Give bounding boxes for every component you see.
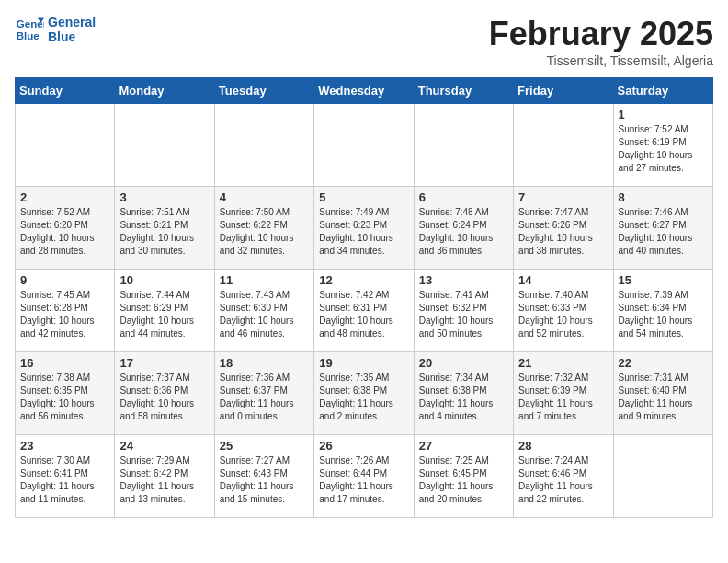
- calendar-table: SundayMondayTuesdayWednesdayThursdayFrid…: [15, 77, 713, 518]
- day-info: Sunrise: 7:47 AMSunset: 6:26 PMDaylight:…: [518, 206, 608, 258]
- calendar-cell: 10Sunrise: 7:44 AMSunset: 6:29 PMDayligh…: [115, 270, 214, 352]
- day-number: 19: [319, 356, 408, 370]
- day-number: 14: [518, 273, 608, 287]
- day-info: Sunrise: 7:25 AMSunset: 6:45 PMDaylight:…: [419, 454, 508, 506]
- day-info: Sunrise: 7:32 AMSunset: 6:39 PMDaylight:…: [518, 372, 608, 423]
- day-info: Sunrise: 7:50 AMSunset: 6:22 PMDaylight:…: [220, 206, 309, 258]
- weekday-header-wednesday: Wednesday: [314, 78, 414, 104]
- calendar-cell: 6Sunrise: 7:48 AMSunset: 6:24 PMDaylight…: [414, 187, 513, 270]
- day-number: 7: [518, 190, 608, 204]
- day-number: 12: [319, 273, 408, 287]
- day-info: Sunrise: 7:30 AMSunset: 6:41 PMDaylight:…: [20, 454, 109, 506]
- day-info: Sunrise: 7:42 AMSunset: 6:31 PMDaylight:…: [319, 289, 408, 340]
- day-info: Sunrise: 7:46 AMSunset: 6:27 PMDaylight:…: [619, 206, 708, 258]
- calendar-week-5: 23Sunrise: 7:30 AMSunset: 6:41 PMDayligh…: [16, 435, 713, 518]
- calendar-cell: 12Sunrise: 7:42 AMSunset: 6:31 PMDayligh…: [314, 270, 414, 352]
- calendar-cell: 4Sunrise: 7:50 AMSunset: 6:22 PMDaylight…: [214, 187, 313, 270]
- weekday-header-friday: Friday: [514, 78, 613, 104]
- calendar-cell: [115, 104, 214, 187]
- calendar-cell: 9Sunrise: 7:45 AMSunset: 6:28 PMDaylight…: [16, 270, 115, 352]
- calendar-cell: [314, 104, 414, 187]
- calendar-cell: 14Sunrise: 7:40 AMSunset: 6:33 PMDayligh…: [514, 270, 613, 352]
- day-number: 20: [419, 356, 508, 370]
- day-info: Sunrise: 7:29 AMSunset: 6:42 PMDaylight:…: [119, 454, 209, 506]
- day-number: 10: [119, 273, 209, 287]
- day-number: 11: [220, 273, 309, 287]
- day-info: Sunrise: 7:38 AMSunset: 6:35 PMDaylight:…: [20, 372, 109, 423]
- calendar-cell: [613, 435, 712, 518]
- calendar-cell: 27Sunrise: 7:25 AMSunset: 6:45 PMDayligh…: [414, 435, 513, 518]
- day-info: Sunrise: 7:39 AMSunset: 6:34 PMDaylight:…: [619, 289, 708, 340]
- calendar-cell: 21Sunrise: 7:32 AMSunset: 6:39 PMDayligh…: [514, 352, 613, 435]
- calendar-cell: 7Sunrise: 7:47 AMSunset: 6:26 PMDaylight…: [514, 187, 613, 270]
- calendar-cell: 26Sunrise: 7:26 AMSunset: 6:44 PMDayligh…: [314, 435, 414, 518]
- day-info: Sunrise: 7:31 AMSunset: 6:40 PMDaylight:…: [619, 372, 708, 423]
- day-number: 27: [419, 439, 508, 453]
- calendar-week-2: 2Sunrise: 7:52 AMSunset: 6:20 PMDaylight…: [16, 187, 713, 270]
- calendar-cell: [414, 104, 513, 187]
- header: General Blue General Blue February 2025 …: [15, 15, 713, 68]
- calendar-cell: 15Sunrise: 7:39 AMSunset: 6:34 PMDayligh…: [613, 270, 712, 352]
- calendar-cell: 22Sunrise: 7:31 AMSunset: 6:40 PMDayligh…: [613, 352, 712, 435]
- calendar-cell: 16Sunrise: 7:38 AMSunset: 6:35 PMDayligh…: [16, 352, 115, 435]
- day-info: Sunrise: 7:44 AMSunset: 6:29 PMDaylight:…: [119, 289, 209, 340]
- location-subtitle: Tissemsilt, Tissemsilt, Algeria: [489, 53, 713, 68]
- day-info: Sunrise: 7:48 AMSunset: 6:24 PMDaylight:…: [419, 206, 508, 258]
- calendar-cell: 24Sunrise: 7:29 AMSunset: 6:42 PMDayligh…: [115, 435, 214, 518]
- svg-text:Blue: Blue: [17, 30, 40, 41]
- day-number: 25: [220, 439, 309, 453]
- calendar-cell: 2Sunrise: 7:52 AMSunset: 6:20 PMDaylight…: [16, 187, 115, 270]
- day-number: 4: [220, 190, 309, 204]
- day-number: 23: [20, 439, 109, 453]
- day-number: 26: [319, 439, 408, 453]
- calendar-cell: [16, 104, 115, 187]
- calendar-cell: 25Sunrise: 7:27 AMSunset: 6:43 PMDayligh…: [214, 435, 313, 518]
- day-info: Sunrise: 7:52 AMSunset: 6:20 PMDaylight:…: [20, 206, 109, 258]
- day-number: 16: [20, 356, 109, 370]
- calendar-cell: 19Sunrise: 7:35 AMSunset: 6:38 PMDayligh…: [314, 352, 414, 435]
- logo-text-blue: Blue: [48, 29, 96, 44]
- day-number: 9: [20, 273, 109, 287]
- day-info: Sunrise: 7:45 AMSunset: 6:28 PMDaylight:…: [20, 289, 109, 340]
- calendar-cell: 28Sunrise: 7:24 AMSunset: 6:46 PMDayligh…: [514, 435, 613, 518]
- calendar-cell: [214, 104, 313, 187]
- calendar-cell: 3Sunrise: 7:51 AMSunset: 6:21 PMDaylight…: [115, 187, 214, 270]
- day-number: 2: [20, 190, 109, 204]
- day-info: Sunrise: 7:27 AMSunset: 6:43 PMDaylight:…: [220, 454, 309, 506]
- calendar-cell: 5Sunrise: 7:49 AMSunset: 6:23 PMDaylight…: [314, 187, 414, 270]
- day-number: 5: [319, 190, 408, 204]
- day-info: Sunrise: 7:49 AMSunset: 6:23 PMDaylight:…: [319, 206, 408, 258]
- calendar-cell: 1Sunrise: 7:52 AMSunset: 6:19 PMDaylight…: [613, 104, 712, 187]
- calendar-cell: [514, 104, 613, 187]
- day-number: 24: [119, 439, 209, 453]
- day-info: Sunrise: 7:24 AMSunset: 6:46 PMDaylight:…: [518, 454, 608, 506]
- day-number: 18: [220, 356, 309, 370]
- day-info: Sunrise: 7:41 AMSunset: 6:32 PMDaylight:…: [419, 289, 508, 340]
- day-number: 28: [518, 439, 608, 453]
- weekday-header-row: SundayMondayTuesdayWednesdayThursdayFrid…: [16, 78, 713, 104]
- day-number: 15: [619, 273, 708, 287]
- logo-icon: General Blue: [15, 15, 44, 44]
- day-info: Sunrise: 7:26 AMSunset: 6:44 PMDaylight:…: [319, 454, 408, 506]
- day-info: Sunrise: 7:43 AMSunset: 6:30 PMDaylight:…: [220, 289, 309, 340]
- day-number: 8: [619, 190, 708, 204]
- logo-text-general: General: [48, 15, 96, 29]
- day-number: 6: [419, 190, 508, 204]
- calendar-cell: 18Sunrise: 7:36 AMSunset: 6:37 PMDayligh…: [214, 352, 313, 435]
- weekday-header-monday: Monday: [115, 78, 214, 104]
- weekday-header-thursday: Thursday: [414, 78, 513, 104]
- calendar-cell: 13Sunrise: 7:41 AMSunset: 6:32 PMDayligh…: [414, 270, 513, 352]
- logo: General Blue General Blue: [15, 15, 96, 44]
- day-info: Sunrise: 7:36 AMSunset: 6:37 PMDaylight:…: [220, 372, 309, 423]
- day-info: Sunrise: 7:40 AMSunset: 6:33 PMDaylight:…: [518, 289, 608, 340]
- weekday-header-tuesday: Tuesday: [214, 78, 313, 104]
- day-number: 13: [419, 273, 508, 287]
- day-number: 21: [518, 356, 608, 370]
- calendar-week-1: 1Sunrise: 7:52 AMSunset: 6:19 PMDaylight…: [16, 104, 713, 187]
- calendar-cell: 20Sunrise: 7:34 AMSunset: 6:38 PMDayligh…: [414, 352, 513, 435]
- calendar-week-3: 9Sunrise: 7:45 AMSunset: 6:28 PMDaylight…: [16, 270, 713, 352]
- day-number: 22: [619, 356, 708, 370]
- title-block: February 2025 Tissemsilt, Tissemsilt, Al…: [489, 15, 713, 68]
- day-number: 17: [119, 356, 209, 370]
- day-info: Sunrise: 7:52 AMSunset: 6:19 PMDaylight:…: [619, 123, 708, 175]
